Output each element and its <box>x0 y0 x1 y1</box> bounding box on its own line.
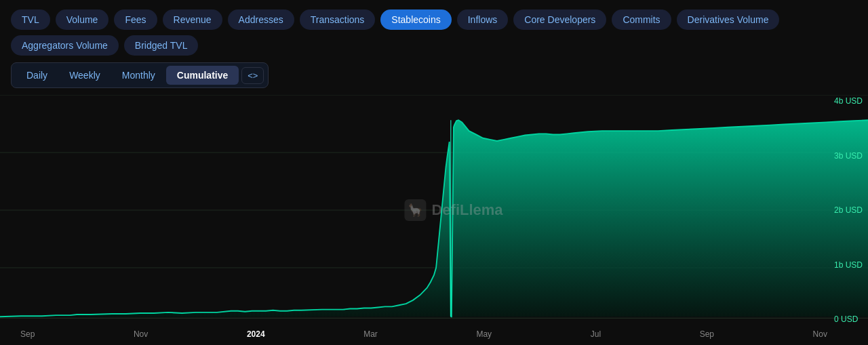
chart-svg <box>0 95 868 325</box>
embed-button[interactable]: <> <box>241 67 264 84</box>
x-label: 2024 <box>247 329 265 339</box>
x-label: Nov <box>134 329 148 339</box>
tab-inflows[interactable]: Inflows <box>457 9 509 30</box>
tab-core-developers[interactable]: Core Developers <box>513 9 606 30</box>
time-tab-daily[interactable]: Daily <box>16 66 58 85</box>
tab-aggregators-volume[interactable]: Aggregators Volume <box>11 35 119 56</box>
tab-stablecoins[interactable]: Stablecoins <box>380 9 451 30</box>
time-tab-weekly[interactable]: Weekly <box>58 66 111 85</box>
x-axis-labels: SepNov2024MarMayJulSepNov <box>0 325 868 339</box>
x-label: Sep <box>20 329 35 339</box>
x-label: Sep <box>700 329 714 339</box>
x-label: Jul <box>591 329 601 339</box>
x-label: Mar <box>363 329 378 339</box>
tab-revenue[interactable]: Revenue <box>163 9 222 30</box>
tab-bridged-tvl[interactable]: Bridged TVL <box>124 35 199 56</box>
time-tab-cumulative[interactable]: Cumulative <box>166 66 239 85</box>
x-label: May <box>476 329 492 339</box>
tab-derivatives-volume[interactable]: Derivatives Volume <box>677 9 780 30</box>
tab-row: TVLVolumeFeesRevenueAddressesTransaction… <box>11 9 857 56</box>
tab-transactions[interactable]: Transactions <box>300 9 376 30</box>
tab-addresses[interactable]: Addresses <box>228 9 294 30</box>
tab-tvl[interactable]: TVL <box>11 9 50 30</box>
tab-commits[interactable]: Commits <box>612 9 671 30</box>
time-tab-monthly[interactable]: Monthly <box>111 66 166 85</box>
chart-area: 4b USD3b USD2b USD1b USD0 USD 🦙 DefiLlem… <box>0 95 868 325</box>
time-row: DailyWeeklyMonthlyCumulative<> <box>11 62 269 88</box>
tab-fees[interactable]: Fees <box>114 9 157 30</box>
x-label: Nov <box>813 329 827 339</box>
tab-volume[interactable]: Volume <box>56 9 109 30</box>
